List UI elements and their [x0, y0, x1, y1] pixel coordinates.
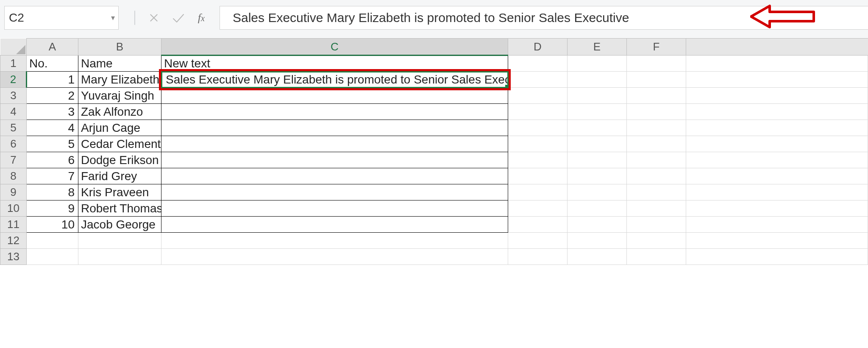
cell-extra-3[interactable]: [686, 88, 868, 104]
cell-B11[interactable]: Jacob George: [78, 217, 161, 233]
cell-D13[interactable]: [508, 249, 568, 265]
cell-extra-9[interactable]: [686, 184, 868, 200]
row-head-2[interactable]: 2: [0, 72, 27, 88]
col-head-A[interactable]: A: [27, 39, 78, 56]
row-head-5[interactable]: 5: [0, 120, 27, 136]
formula-bar-input[interactable]: Sales Executive Mary Elizabeth is promot…: [220, 6, 868, 30]
cell-E2[interactable]: [568, 72, 627, 88]
row-head-10[interactable]: 10: [0, 200, 27, 217]
cell-extra-11[interactable]: [686, 217, 868, 233]
cell-E8[interactable]: [568, 168, 627, 184]
col-head-F[interactable]: F: [627, 39, 686, 56]
cell-F3[interactable]: [627, 88, 686, 104]
cell-C9[interactable]: [161, 184, 508, 200]
cell-A6[interactable]: 5: [27, 136, 78, 152]
cell-A4[interactable]: 3: [27, 104, 78, 120]
cell-C12[interactable]: [161, 233, 508, 249]
select-all-cell[interactable]: [0, 39, 27, 56]
cell-B10[interactable]: Robert Thomas: [78, 200, 161, 217]
cell-F6[interactable]: [627, 136, 686, 152]
cell-C4[interactable]: [161, 104, 508, 120]
cell-F2[interactable]: [627, 72, 686, 88]
cell-C7[interactable]: [161, 152, 508, 168]
cell-D12[interactable]: [508, 233, 568, 249]
cell-F8[interactable]: [627, 168, 686, 184]
col-head-B[interactable]: B: [78, 39, 161, 56]
cell-D8[interactable]: [508, 168, 568, 184]
cell-C2[interactable]: Sales Executive Mary Elizabeth is promot…: [161, 72, 508, 88]
cell-B4[interactable]: Zak Alfonzo: [78, 104, 161, 120]
cell-extra-4[interactable]: [686, 104, 868, 120]
row-head-13[interactable]: 13: [0, 249, 27, 265]
row-head-1[interactable]: 1: [0, 56, 27, 72]
col-head-extra[interactable]: [686, 39, 868, 56]
row-head-9[interactable]: 9: [0, 184, 27, 200]
cell-C8[interactable]: [161, 168, 508, 184]
cell-B8[interactable]: Farid Grey: [78, 168, 161, 184]
cell-A7[interactable]: 6: [27, 152, 78, 168]
cell-F5[interactable]: [627, 120, 686, 136]
cell-D10[interactable]: [508, 200, 568, 217]
cell-A11[interactable]: 10: [27, 217, 78, 233]
cell-E7[interactable]: [568, 152, 627, 168]
cell-A1[interactable]: No.: [27, 56, 78, 72]
cell-F11[interactable]: [627, 217, 686, 233]
cell-F1[interactable]: [627, 56, 686, 72]
cell-F13[interactable]: [627, 249, 686, 265]
row-head-8[interactable]: 8: [0, 168, 27, 184]
cell-D3[interactable]: [508, 88, 568, 104]
cell-C1[interactable]: New text: [161, 56, 508, 72]
cell-D5[interactable]: [508, 120, 568, 136]
cell-extra-7[interactable]: [686, 152, 868, 168]
cell-A12[interactable]: [27, 233, 78, 249]
cell-A5[interactable]: 4: [27, 120, 78, 136]
cell-D4[interactable]: [508, 104, 568, 120]
cell-D6[interactable]: [508, 136, 568, 152]
cell-A9[interactable]: 8: [27, 184, 78, 200]
row-head-4[interactable]: 4: [0, 104, 27, 120]
cell-D2[interactable]: [508, 72, 568, 88]
cell-A8[interactable]: 7: [27, 168, 78, 184]
row-head-6[interactable]: 6: [0, 136, 27, 152]
cell-F9[interactable]: [627, 184, 686, 200]
cell-F12[interactable]: [627, 233, 686, 249]
cell-C3[interactable]: [161, 88, 508, 104]
cell-B7[interactable]: Dodge Erikson: [78, 152, 161, 168]
cell-F7[interactable]: [627, 152, 686, 168]
cell-E13[interactable]: [568, 249, 627, 265]
name-box[interactable]: C2 ▾: [4, 6, 119, 30]
cell-C5[interactable]: [161, 120, 508, 136]
cell-B1[interactable]: Name: [78, 56, 161, 72]
cell-D9[interactable]: [508, 184, 568, 200]
cell-E1[interactable]: [568, 56, 627, 72]
cell-E6[interactable]: [568, 136, 627, 152]
cell-D1[interactable]: [508, 56, 568, 72]
cell-A10[interactable]: 9: [27, 200, 78, 217]
cell-C11[interactable]: [161, 217, 508, 233]
cell-A2[interactable]: 1: [27, 72, 78, 88]
cell-B13[interactable]: [78, 249, 161, 265]
cell-F10[interactable]: [627, 200, 686, 217]
cell-E10[interactable]: [568, 200, 627, 217]
cell-E3[interactable]: [568, 88, 627, 104]
cell-E9[interactable]: [568, 184, 627, 200]
cell-A3[interactable]: 2: [27, 88, 78, 104]
row-head-11[interactable]: 11: [0, 217, 27, 233]
cell-E11[interactable]: [568, 217, 627, 233]
cell-B3[interactable]: Yuvaraj Singh: [78, 88, 161, 104]
cell-extra-6[interactable]: [686, 136, 868, 152]
enter-icon[interactable]: [172, 12, 185, 23]
cancel-icon[interactable]: [148, 12, 159, 23]
cell-extra-1[interactable]: [686, 56, 868, 72]
row-head-3[interactable]: 3: [0, 88, 27, 104]
cell-extra-5[interactable]: [686, 120, 868, 136]
col-head-D[interactable]: D: [508, 39, 568, 56]
cell-C13[interactable]: [161, 249, 508, 265]
cell-C6[interactable]: [161, 136, 508, 152]
cell-A13[interactable]: [27, 249, 78, 265]
cell-extra-10[interactable]: [686, 200, 868, 217]
cell-B6[interactable]: Cedar Clement: [78, 136, 161, 152]
cell-D11[interactable]: [508, 217, 568, 233]
cell-extra-2[interactable]: [686, 72, 868, 88]
cell-B5[interactable]: Arjun Cage: [78, 120, 161, 136]
